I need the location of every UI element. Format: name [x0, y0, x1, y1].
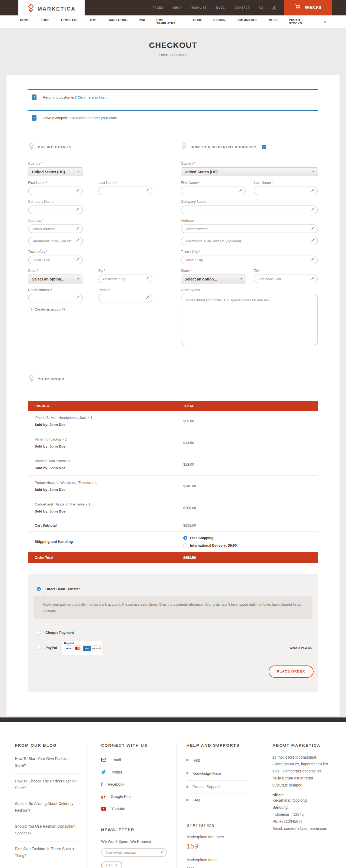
- autofill-icon[interactable]: [311, 188, 315, 193]
- autofill-icon[interactable]: [145, 276, 149, 282]
- order-item-total: $200.00: [183, 502, 318, 513]
- order-item-name: Gadget and Things on the Table × 1: [35, 502, 183, 506]
- category-nav-item[interactable]: MARKETING: [108, 19, 128, 25]
- billing-address2-input[interactable]: [33, 239, 75, 243]
- category-nav-item[interactable]: HTML: [89, 19, 98, 25]
- shipping-first-name-input[interactable]: [185, 189, 238, 193]
- info-icon: i: [32, 94, 36, 100]
- search-icon[interactable]: [259, 5, 264, 10]
- billing-zip-input[interactable]: [103, 277, 144, 281]
- autofill-icon[interactable]: [311, 207, 315, 213]
- international-delivery-radio[interactable]: [183, 544, 187, 548]
- social-email-link[interactable]: Email: [101, 754, 167, 766]
- category-nav-item[interactable]: PHOTO STOCKS: [289, 19, 313, 25]
- autofill-icon[interactable]: [145, 188, 149, 193]
- footer-blog-column: FROM OUR BLOG How To Start Your Own Fash…: [15, 743, 88, 868]
- shipping-state-select[interactable]: Select an option...: [181, 275, 246, 283]
- newsletter-email-input[interactable]: [106, 850, 159, 855]
- category-nav-item[interactable]: CMS TEMPLATES: [156, 19, 182, 25]
- place-order-button[interactable]: PLACE ORDER: [269, 665, 314, 678]
- shipping-address1-input[interactable]: [185, 227, 310, 231]
- shipping-town-input[interactable]: [185, 258, 310, 262]
- page-head: CHECKOUT Home › Checkout: [0, 28, 346, 75]
- autofill-icon[interactable]: [239, 188, 243, 193]
- shipping-address2-input[interactable]: [185, 239, 310, 243]
- header-nav-item[interactable]: WISHLIST: [192, 6, 207, 9]
- billing-address1-input[interactable]: [33, 227, 75, 231]
- category-nav-item[interactable]: DESIGN: [213, 19, 226, 25]
- signup-button[interactable]: SIGN UP: [101, 862, 122, 868]
- login-link[interactable]: Click here to login: [77, 95, 106, 99]
- blog-post-link[interactable]: What is So Alluring About Celebrity Fash…: [15, 796, 80, 819]
- billing-country-select[interactable]: United States (US): [28, 167, 83, 176]
- autofill-icon[interactable]: [76, 257, 80, 262]
- billing-town-input[interactable]: [33, 258, 75, 262]
- autofill-icon[interactable]: [76, 188, 80, 193]
- header-nav-item[interactable]: BLOG: [216, 6, 225, 9]
- shipping-country-select[interactable]: United States (US): [181, 167, 318, 176]
- order-table-header: PRODUCT TOTAL: [28, 401, 318, 411]
- social-youtube-link[interactable]: Youtube: [101, 803, 167, 815]
- bank-transfer-radio[interactable]: [37, 587, 41, 591]
- google-plus-icon: g+: [101, 794, 106, 799]
- autofill-icon[interactable]: [160, 850, 164, 855]
- help-link[interactable]: Contact Support: [186, 780, 248, 794]
- cheque-payment-radio[interactable]: [37, 630, 41, 634]
- ship-different-checkbox[interactable]: ✓: [262, 145, 266, 149]
- autofill-icon[interactable]: [311, 257, 315, 262]
- autofill-icon[interactable]: [76, 238, 80, 244]
- billing-email-input[interactable]: [33, 296, 75, 300]
- billing-state-select[interactable]: Select an option...: [28, 275, 83, 283]
- help-link[interactable]: Help: [186, 754, 248, 767]
- blog-post-link[interactable]: Plus Size Fashion: Is There Such a Thing…: [15, 841, 80, 864]
- blog-post-link[interactable]: How To Start Your Own Fashion Store?: [15, 751, 80, 774]
- shipping-zip-input[interactable]: [258, 277, 310, 281]
- autofill-icon[interactable]: [311, 226, 315, 231]
- category-nav-item[interactable]: MUSE: [269, 19, 278, 25]
- social-googleplus-link[interactable]: g+ Google Plus: [101, 790, 167, 803]
- breadcrumb-home-link[interactable]: Home: [159, 53, 169, 57]
- blog-post-link[interactable]: Should You Use Fashion Consultant Servic…: [15, 819, 80, 841]
- order-notes-textarea[interactable]: [181, 294, 318, 345]
- billing-form: BILLING DETAILS Country* United States (…: [28, 143, 152, 346]
- autofill-icon[interactable]: [311, 238, 315, 244]
- autofill-icon[interactable]: [311, 276, 315, 282]
- category-nav-item[interactable]: PSD: [139, 19, 145, 25]
- category-nav-item[interactable]: HOME: [20, 19, 30, 25]
- social-facebook-link[interactable]: f Facebook: [101, 778, 167, 790]
- cart-button[interactable]: $653.50: [284, 0, 332, 16]
- help-link[interactable]: Knowladge Base: [186, 767, 248, 780]
- billing-phone-input[interactable]: [103, 296, 144, 300]
- billing-first-name-input[interactable]: [33, 189, 75, 193]
- address-line: Ph. +6212345678: [273, 818, 328, 825]
- header-nav-item[interactable]: CONTACT: [235, 6, 250, 9]
- autofill-icon[interactable]: [76, 296, 80, 301]
- mastercard-card-icon: [73, 646, 82, 651]
- what-is-paypal-link[interactable]: What is PayPal?: [289, 646, 312, 650]
- account-icon[interactable]: [271, 5, 276, 10]
- social-twitter-link[interactable]: Twitter: [101, 766, 167, 778]
- shipping-last-name-input[interactable]: [258, 189, 310, 193]
- amex-card-icon: AMEX: [83, 646, 91, 651]
- category-nav-item[interactable]: ECOMMERCE: [237, 19, 257, 25]
- order-item-total: $18.00: [183, 459, 318, 470]
- category-nav-item[interactable]: TEMPLATE: [61, 19, 77, 25]
- autofill-icon[interactable]: [76, 207, 80, 213]
- help-link[interactable]: FAQ: [186, 794, 248, 807]
- coupon-link[interactable]: Click here to enter your code: [70, 116, 117, 120]
- autofill-icon[interactable]: [76, 226, 80, 231]
- nav-more-icon[interactable]: »: [324, 20, 326, 24]
- blog-post-link[interactable]: How To Choose The Perfect Fashion Store?: [15, 774, 80, 796]
- shipping-company-input[interactable]: [185, 208, 310, 212]
- category-nav-item[interactable]: SHOP: [40, 19, 49, 25]
- free-shipping-radio[interactable]: [183, 536, 187, 540]
- autofill-icon[interactable]: [145, 296, 149, 301]
- create-account-checkbox[interactable]: [28, 308, 32, 311]
- billing-last-name-input[interactable]: [103, 189, 144, 193]
- billing-company-input[interactable]: [33, 208, 75, 212]
- paypal-radio[interactable]: [37, 646, 41, 650]
- logo[interactable]: MARKETICA: [19, 0, 84, 18]
- category-nav-item[interactable]: CODE: [193, 19, 203, 25]
- header-nav-item[interactable]: PAGES: [153, 6, 163, 9]
- header-nav-item[interactable]: SHOP: [173, 6, 182, 9]
